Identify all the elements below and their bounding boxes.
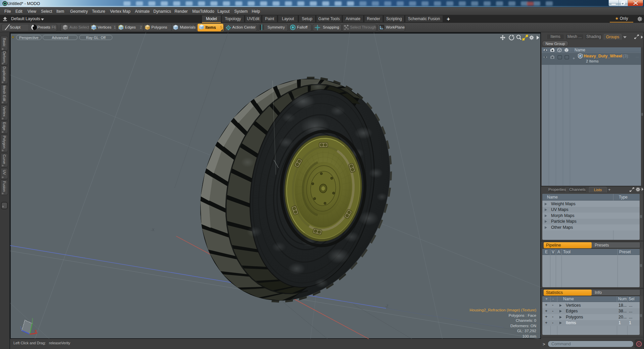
- svg-text:-X: -X: [151, 228, 155, 232]
- svg-text:X: X: [35, 330, 37, 333]
